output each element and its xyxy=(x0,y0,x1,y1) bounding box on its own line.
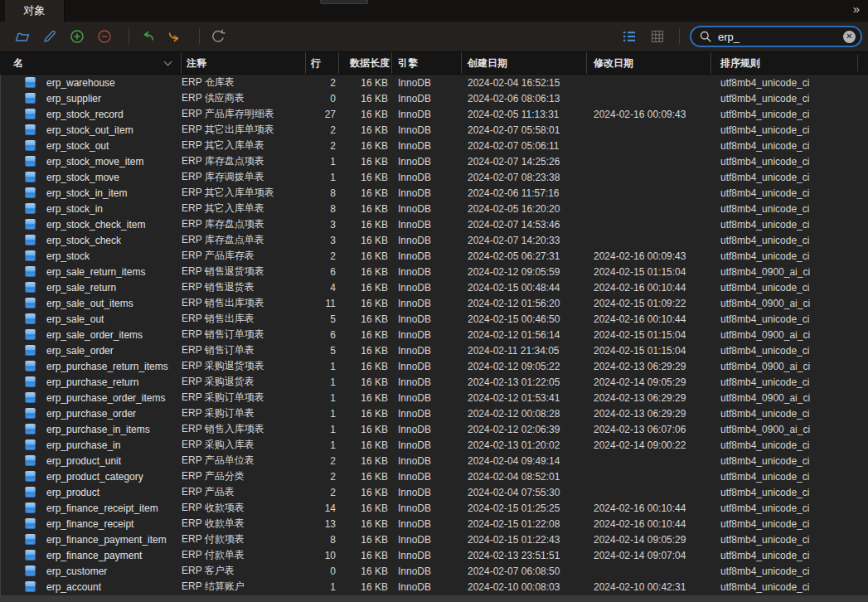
table-row[interactable]: erp_finance_payment_item ERP 付款项表 8 16 K… xyxy=(1,532,868,547)
table-name: erp_stock_check_item xyxy=(46,219,145,231)
table-data-length: 16 KB xyxy=(339,298,392,309)
table-row[interactable]: erp_sale_out ERP 销售出库表 5 16 KB InnoDB 20… xyxy=(1,311,868,327)
grid-view-button[interactable] xyxy=(649,28,666,45)
table-name: erp_sale_return_items xyxy=(46,266,145,278)
table-icon xyxy=(25,550,36,561)
table-collation: utf8mb4_unicode_ci xyxy=(711,124,868,136)
import-wizard-button[interactable] xyxy=(139,28,156,45)
table-name: erp_purchase_return_items xyxy=(46,361,168,372)
column-header-rows[interactable]: 行 xyxy=(305,52,338,74)
table-row[interactable]: erp_stock_in_item ERP 其它入库单项表 8 16 KB In… xyxy=(1,185,868,201)
table-name: erp_finance_receipt_item xyxy=(46,502,158,514)
table-row[interactable]: erp_stock_move_item ERP 库存盘点项表 1 16 KB I… xyxy=(1,153,868,169)
table-row[interactable]: erp_finance_receipt ERP 收款单表 13 16 KB In… xyxy=(1,516,868,532)
table-row[interactable]: erp_product_unit ERP 产品单位表 2 16 KB InnoD… xyxy=(1,453,868,468)
column-header-modified[interactable]: 修改日期 xyxy=(586,52,710,74)
new-table-button[interactable] xyxy=(69,28,85,45)
table-row[interactable]: erp_purchase_order_items ERP 采购订单项表 1 16… xyxy=(1,390,868,405)
delete-table-button[interactable] xyxy=(96,28,113,45)
table-engine: InnoDB xyxy=(392,109,462,120)
table-icon xyxy=(25,581,36,592)
table-created-date: 2024-02-12 00:08:28 xyxy=(462,408,587,420)
table-icon xyxy=(25,408,36,419)
table-row[interactable]: erp_stock_check ERP 库存盘点单表 3 16 KB InnoD… xyxy=(1,232,868,248)
table-name: erp_account xyxy=(46,581,101,593)
table-row[interactable]: erp_sale_order_items ERP 销售订单项表 6 16 KB … xyxy=(1,327,868,342)
table-data-length: 16 KB xyxy=(339,329,392,341)
table-engine: InnoDB xyxy=(392,156,462,167)
table-row[interactable]: erp_account ERP 结算账户 1 16 KB InnoDB 2024… xyxy=(1,579,868,595)
search-icon xyxy=(699,30,712,43)
table-row[interactable]: erp_warehouse ERP 仓库表 2 16 KB InnoDB 202… xyxy=(1,75,868,90)
table-row[interactable]: erp_customer ERP 客户表 0 16 KB InnoDB 2024… xyxy=(1,563,868,579)
table-row[interactable]: erp_stock_record ERP 产品库存明细表 27 16 KB In… xyxy=(1,106,868,122)
table-modified-date: 2024-02-13 06:29:29 xyxy=(587,408,711,420)
table-created-date: 2024-02-12 09:05:22 xyxy=(462,361,587,372)
minus-circle-icon xyxy=(96,28,113,45)
table-collation: utf8mb4_unicode_ci xyxy=(711,566,868,577)
table-data-length: 16 KB xyxy=(339,376,392,388)
grid-view-icon xyxy=(649,28,666,45)
table-created-date: 2024-02-07 08:23:38 xyxy=(462,172,587,183)
table-data-length: 16 KB xyxy=(339,172,392,183)
table-row[interactable]: erp_stock ERP 产品库存表 2 16 KB InnoDB 2024-… xyxy=(1,248,868,264)
table-row[interactable]: erp_finance_payment ERP 付款单表 10 16 KB In… xyxy=(1,547,868,563)
export-wizard-button[interactable] xyxy=(167,28,183,45)
table-row[interactable]: erp_purchase_order ERP 采购订单表 1 16 KB Inn… xyxy=(1,405,868,421)
table-row[interactable]: erp_sale_order ERP 销售订单表 5 16 KB InnoDB … xyxy=(1,342,868,358)
table-icon xyxy=(25,235,36,245)
column-header-engine[interactable]: 引擎 xyxy=(391,52,461,74)
table-row-count: 1 xyxy=(306,581,339,593)
plus-circle-icon xyxy=(69,28,85,45)
tab-objects[interactable]: 对象 xyxy=(5,0,65,22)
refresh-icon xyxy=(210,28,226,45)
chevron-double-right-icon[interactable]: » xyxy=(853,0,868,22)
table-modified-date: 2024-02-13 06:29:29 xyxy=(587,361,711,372)
table-row[interactable]: erp_finance_receipt_item ERP 收款项表 14 16 … xyxy=(1,500,868,516)
column-header-collation[interactable]: 排序规则 xyxy=(710,52,868,74)
table-engine: InnoDB xyxy=(392,235,462,246)
table-data-length: 16 KB xyxy=(339,534,392,546)
table-data-length: 16 KB xyxy=(339,518,392,530)
table-name: erp_sale_order_items xyxy=(46,329,143,341)
table-collation: utf8mb4_unicode_ci xyxy=(711,140,868,152)
search-box[interactable]: ✕ xyxy=(690,26,862,47)
table-collation: utf8mb4_unicode_ci xyxy=(711,376,868,388)
table-row[interactable]: erp_purchase_in_items ERP 销售入库项表 1 16 KB… xyxy=(1,421,868,437)
table-row[interactable]: erp_sale_return_items ERP 销售退货项表 6 16 KB… xyxy=(1,264,868,279)
table-modified-date: 2024-02-13 06:29:29 xyxy=(587,392,711,404)
list-view-button[interactable] xyxy=(621,28,638,45)
table-created-date: 2024-02-15 00:48:44 xyxy=(462,282,587,294)
open-table-button[interactable] xyxy=(14,28,31,45)
table-row[interactable]: erp_purchase_return_items ERP 采购退货项表 1 1… xyxy=(1,358,868,374)
table-row[interactable]: erp_stock_in ERP 其它入库单表 8 16 KB InnoDB 2… xyxy=(1,201,868,216)
table-row-count: 6 xyxy=(306,329,339,341)
table-comment: ERP 销售订单表 xyxy=(182,343,306,357)
table-created-date: 2024-02-05 16:20:20 xyxy=(462,203,587,215)
search-input[interactable] xyxy=(712,31,843,43)
column-header-created[interactable]: 创建日期 xyxy=(461,52,586,74)
table-row[interactable]: erp_stock_out_item ERP 其它出库单项表 2 16 KB I… xyxy=(1,122,868,138)
table-row[interactable]: erp_product ERP 产品表 2 16 KB InnoDB 2024-… xyxy=(1,484,868,500)
table-row-count: 8 xyxy=(306,203,339,215)
table-created-date: 2024-02-15 01:22:08 xyxy=(462,518,587,530)
table-row[interactable]: erp_purchase_in ERP 采购入库表 1 16 KB InnoDB… xyxy=(1,437,868,453)
design-table-button[interactable] xyxy=(41,28,58,45)
column-header-data-length[interactable]: 数据长度 xyxy=(338,52,391,74)
table-row[interactable]: erp_sale_return ERP 销售退货表 4 16 KB InnoDB… xyxy=(1,279,868,295)
table-row[interactable]: erp_stock_check_item ERP 库存盘点项表 3 16 KB … xyxy=(1,216,868,232)
table-row[interactable]: erp_stock_out ERP 其它入库单表 2 16 KB InnoDB … xyxy=(1,138,868,153)
column-header-comment[interactable]: 注释 xyxy=(181,52,305,74)
clear-search-icon[interactable]: ✕ xyxy=(843,31,856,43)
table-row[interactable]: erp_purchase_return ERP 采购退货表 1 16 KB In… xyxy=(1,374,868,390)
table-row[interactable]: erp_product_category ERP 产品分类 2 16 KB In… xyxy=(1,468,868,484)
table-engine: InnoDB xyxy=(392,282,462,294)
table-row[interactable]: erp_supplier ERP 供应商表 0 16 KB InnoDB 202… xyxy=(1,90,868,106)
column-header-name[interactable]: 名 xyxy=(0,52,181,74)
table-row[interactable]: erp_sale_out_items ERP 销售出库项表 11 16 KB I… xyxy=(1,295,868,311)
table-row-count: 10 xyxy=(306,550,339,561)
refresh-button[interactable] xyxy=(210,28,226,45)
table-created-date: 2024-02-12 01:56:14 xyxy=(462,329,587,341)
table-icon xyxy=(25,124,36,135)
table-row[interactable]: erp_stock_move ERP 库存调拨单表 1 16 KB InnoDB… xyxy=(1,169,868,185)
